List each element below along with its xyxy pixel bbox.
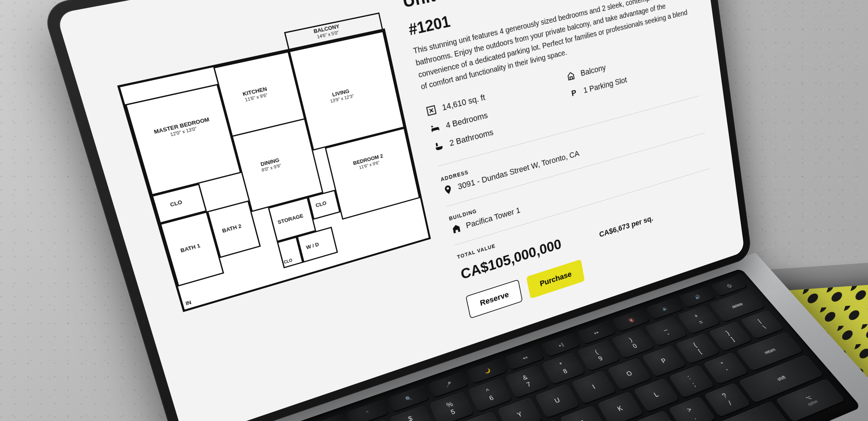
parking-icon: P: [568, 87, 579, 99]
key--[interactable]: _-: [645, 316, 688, 346]
unit-details-modal: AVAILABLE BALCONY 14'6" x 5'0" MASTER BE…: [56, 0, 745, 421]
feature-parking-text: 1 Parking Slot: [583, 75, 628, 95]
fn-key-4[interactable]: 🔍: [388, 385, 430, 412]
feature-balcony-text: Balcony: [580, 63, 607, 78]
floorplan-image: BALCONY 14'6" x 5'0" MASTER BEDROOM 12'0…: [117, 28, 431, 312]
building-icon: [451, 222, 462, 235]
fn-key-2[interactable]: ☼: [304, 414, 347, 421]
key-6[interactable]: ^6: [468, 378, 512, 412]
feature-bedrooms-text: 4 Bedrooms: [445, 110, 489, 131]
fn-key-3[interactable]: ⌃: [346, 399, 389, 421]
price-per-sq: CA$6,673 per sq.: [598, 214, 654, 239]
balcony-icon: [565, 70, 577, 82]
room-in: IN: [185, 299, 192, 306]
feature-bathrooms-text: 2 Bathrooms: [449, 127, 494, 148]
key-U[interactable]: U: [535, 384, 580, 418]
fn-key-11[interactable]: 🔉: [646, 298, 684, 319]
area-icon: [425, 104, 437, 117]
reserve-button[interactable]: Reserve: [465, 279, 523, 319]
key-7[interactable]: &7: [505, 365, 549, 398]
key-0[interactable]: )0: [611, 328, 655, 359]
pin-icon: [442, 184, 454, 196]
key-K[interactable]: K: [597, 391, 643, 421]
bath-icon: [433, 140, 445, 153]
purchase-button[interactable]: Purchase: [526, 259, 585, 299]
fn-key-10[interactable]: 🔇: [612, 309, 650, 332]
bed-icon: [429, 122, 441, 135]
key-O[interactable]: O: [607, 358, 652, 390]
key-9[interactable]: (9: [577, 340, 620, 371]
feature-area-text: 14,610 sq. ft: [441, 92, 486, 113]
screen: AVAILABLE BALCONY 14'6" x 5'0" MASTER BE…: [56, 0, 745, 421]
